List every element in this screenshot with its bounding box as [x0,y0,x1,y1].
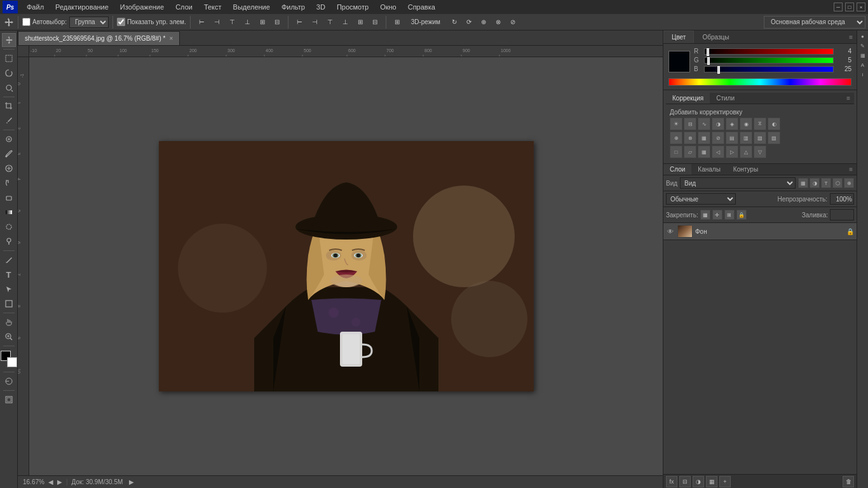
quick-select-tool[interactable] [2,81,16,95]
mode-3d-rotate-btn[interactable]: ↻ [447,17,461,27]
red-thumb[interactable] [707,48,709,56]
menu-file[interactable]: Файл [22,2,49,12]
zoom-tool[interactable] [2,330,16,344]
photo-filter-icon[interactable]: ⊕ [670,132,682,144]
align-center-h-btn[interactable]: ⊣ [210,17,224,27]
color-spectrum[interactable] [668,78,851,86]
gradient-mini[interactable]: ▦ [858,51,867,60]
color-balance-icon[interactable]: ⧖ [754,118,766,130]
lasso-tool[interactable] [2,66,16,80]
document-tab[interactable]: shutterstock_235969564.jpg @ 16.7% (RGB/… [18,31,180,45]
filter-shape-icon[interactable]: ⬡ [832,178,843,188]
path-select-tool[interactable] [2,282,16,296]
blend-mode-dropdown[interactable]: Обычные [666,193,736,205]
curves-icon2[interactable]: △ [740,146,752,158]
posterize-icon[interactable]: ▤ [726,132,738,144]
add-layer-style-btn[interactable]: fx [666,476,677,487]
mode-3d-slide-btn[interactable]: ⊗ [491,17,505,27]
vibrance-icon[interactable]: ◈ [726,118,738,130]
invert-icon[interactable]: ⊘ [712,132,724,144]
menu-text[interactable]: Текст [199,2,227,12]
brightness-icon2[interactable]: ◁ [712,146,724,158]
align-bottom-btn[interactable]: ⊟ [270,17,284,27]
canvas-scroll-area[interactable] [29,57,663,475]
eyedropper-tool[interactable] [2,114,16,128]
filter-adjust-icon[interactable]: ◑ [810,178,820,188]
paths-tab[interactable]: Контуры [727,164,764,175]
distribute-bottom-btn[interactable]: ⊟ [368,17,382,27]
fill-input[interactable] [830,209,854,220]
screen-mode-btn[interactable] [2,393,16,407]
color-tab[interactable]: Цвет [663,30,694,43]
text-mini[interactable]: A [858,60,867,69]
lock-pixels-btn[interactable]: ▦ [700,210,710,220]
show-transform-checkbox[interactable] [117,18,125,26]
lock-all-btn[interactable]: 🔒 [736,210,747,220]
mode-3d-pan-btn[interactable]: ⊕ [477,17,491,27]
delete-layer-btn[interactable]: 🗑 [843,476,854,487]
status-nav-next[interactable]: ▶ [57,478,62,485]
3d-mode-btn[interactable]: 3D-режим [407,17,445,27]
brush-tool[interactable] [2,147,16,161]
tab-close-btn[interactable]: × [169,35,173,42]
new-group-btn[interactable]: ▦ [706,476,717,487]
layers-tab[interactable]: Слои [663,164,691,175]
align-left-btn[interactable]: ⊢ [194,17,209,27]
distribute-right-btn[interactable]: ⊤ [323,17,337,27]
layers-panel-menu[interactable]: ≡ [845,166,857,173]
clone-stamp-tool[interactable] [2,161,16,175]
brush-mini[interactable]: ✎ [858,41,867,50]
samples-tab[interactable]: Образцы [694,30,737,43]
menu-layers[interactable]: Слои [170,2,198,12]
blue-thumb[interactable] [717,66,720,74]
filter-smart-icon[interactable]: ⊕ [844,178,854,188]
filter-pixel-icon[interactable]: ▦ [798,178,808,188]
menu-select[interactable]: Выделение [228,2,275,12]
brightness-contrast-icon[interactable]: ☀ [670,118,682,130]
minimize-button[interactable]: ─ [834,3,843,11]
levels-icon2[interactable]: ▷ [726,146,738,158]
curves-icon[interactable]: ∿ [698,118,710,130]
menu-filter[interactable]: Фильтр [276,2,310,12]
color-panel-menu[interactable]: ≡ [845,34,857,41]
blur-tool[interactable] [2,220,16,234]
new-layer-btn[interactable]: + [719,476,731,487]
opacity-input[interactable] [830,193,854,205]
restore-button[interactable]: □ [845,3,854,11]
hand-tool[interactable] [2,315,16,329]
lock-artboards-btn[interactable]: ⊞ [724,210,735,220]
forward-btn[interactable]: ▶ [129,478,134,485]
channel-mixer-icon[interactable]: ⊗ [684,132,696,144]
green-slider[interactable] [704,57,834,64]
marquee-tool[interactable] [2,51,16,65]
green-thumb[interactable] [707,57,710,65]
color-picker-mini[interactable]: ● [858,32,867,41]
pattern-icon[interactable]: ▦ [698,146,710,158]
menu-image[interactable]: Изображение [115,2,169,12]
align-right-btn[interactable]: ⊤ [225,17,240,27]
styles-tab[interactable]: Стили [710,93,741,104]
mode-3d-scale-btn[interactable]: ⊘ [506,17,520,27]
autofill-dropdown[interactable]: Группа [69,17,109,28]
selective-color-icon[interactable]: ▨ [768,132,780,144]
menu-window[interactable]: Окно [375,2,402,12]
status-nav-prev[interactable]: ◀ [48,478,53,485]
color-lookup-icon[interactable]: ▦ [698,132,710,144]
gradient-map-icon[interactable]: ▧ [754,132,766,144]
eraser-tool[interactable] [2,191,16,205]
pen-tool[interactable] [2,253,16,267]
move-tool[interactable] [2,33,16,47]
color-swatch[interactable] [668,51,690,72]
distribute-top-btn[interactable]: ⊥ [338,17,353,27]
close-button[interactable]: × [857,3,865,11]
filter-text-icon[interactable]: T [821,178,831,188]
gradient-tool[interactable] [2,205,16,219]
new-adjustment-btn[interactable]: ◑ [693,476,704,487]
fg-bg-colors[interactable] [1,351,17,367]
mode-3d-roll-btn[interactable]: ⟳ [462,17,476,27]
autofill-checkbox[interactable] [22,18,31,26]
gradient-fill-icon[interactable]: ▱ [684,146,696,158]
lock-position-btn[interactable]: ✛ [712,210,722,220]
channels-tab[interactable]: Каналы [691,164,727,175]
distribute-v-btn[interactable]: ⊞ [353,17,367,27]
